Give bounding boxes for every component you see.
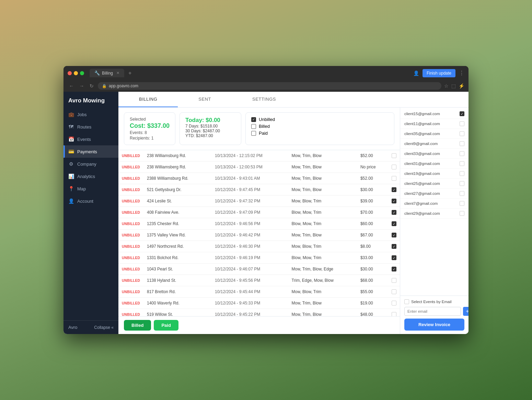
address-bar[interactable]: 🔒 app.goavro.com (98, 82, 441, 90)
row-checkbox[interactable]: ✓ (392, 255, 396, 260)
tab-settings[interactable]: SETTINGS (232, 92, 297, 107)
row-checkbox[interactable] (392, 301, 396, 305)
row-checkbox[interactable] (392, 176, 396, 181)
row-select-cell[interactable] (388, 150, 400, 162)
email-checkbox[interactable] (460, 171, 464, 176)
row-select-cell[interactable]: ✓ (388, 230, 400, 241)
row-checkbox[interactable] (392, 312, 396, 316)
select-by-email-checkbox[interactable] (404, 299, 409, 304)
email-row[interactable]: client7@gmail.com (400, 199, 469, 209)
row-select-cell[interactable] (388, 162, 400, 173)
status-unbilled-row[interactable]: ✓ Unbilled (251, 117, 389, 122)
email-input[interactable] (404, 307, 461, 316)
email-checkbox[interactable] (460, 201, 464, 206)
reload-button[interactable]: ↻ (88, 82, 95, 89)
row-checkbox[interactable]: ✓ (392, 187, 396, 192)
email-checkbox[interactable] (460, 211, 464, 216)
sidebar-item-events[interactable]: 📅 Events (63, 133, 118, 145)
email-checkbox[interactable] (460, 181, 464, 186)
row-checkbox[interactable] (392, 278, 396, 283)
sidebar-item-company[interactable]: ⚙ Company (63, 158, 118, 170)
menu-icon[interactable]: ⋮ (459, 70, 464, 76)
billed-checkbox[interactable] (251, 124, 256, 129)
row-select-cell[interactable] (388, 298, 400, 309)
address-cell: 521 Gettysburg Dr. (143, 184, 211, 196)
paid-button[interactable]: Paid (154, 320, 178, 331)
email-row[interactable]: client33@gmail.com (400, 149, 469, 159)
row-select-cell[interactable]: ✓ (388, 218, 400, 230)
status-billed-row[interactable]: Billed (251, 124, 389, 129)
row-select-cell[interactable] (388, 286, 400, 298)
add-email-button[interactable]: + (463, 307, 469, 316)
datetime-cell: 10/12/2024 - 9:46:07 PM (211, 264, 288, 275)
extensions-icon[interactable]: ⬚ (451, 83, 456, 89)
sidebar-label-jobs: Jobs (77, 112, 86, 117)
row-checkbox[interactable] (392, 289, 396, 294)
email-checkbox[interactable] (460, 141, 464, 146)
sidebar-item-map[interactable]: 📍 Map (63, 182, 118, 195)
back-button[interactable]: ← (68, 82, 75, 89)
unbilled-checkbox[interactable]: ✓ (251, 117, 256, 122)
maximize-dot[interactable] (80, 71, 84, 75)
sidebar-label-payments: Payments (77, 149, 97, 154)
email-checkbox[interactable] (460, 191, 464, 196)
row-select-cell[interactable]: ✓ (388, 264, 400, 275)
row-select-cell[interactable] (388, 173, 400, 184)
browser-window: 🔧 Billing ✕ + 👤 Finish update ⋮ ← → ↻ 🔒 … (63, 66, 469, 334)
billed-button[interactable]: Billed (124, 320, 151, 331)
email-row[interactable]: client29@gmail.com (400, 209, 469, 219)
bottom-actions: Billed Paid (118, 316, 400, 334)
sidebar-item-payments[interactable]: 💳 Payments (63, 145, 118, 158)
row-select-cell[interactable] (388, 275, 400, 286)
tab-billing[interactable]: BILLING (118, 92, 178, 107)
close-dot[interactable] (68, 71, 72, 75)
sidebar-item-jobs[interactable]: 💼 Jobs (63, 108, 118, 121)
row-select-cell[interactable]: ✓ (388, 184, 400, 196)
row-select-cell[interactable]: ✓ (388, 241, 400, 252)
row-select-cell[interactable]: ✓ (388, 196, 400, 207)
email-row[interactable]: client9@gmail.com (400, 139, 469, 149)
email-row[interactable]: client15@gmail.com ✓ (400, 109, 469, 119)
email-row[interactable]: client35@gmail.com (400, 129, 469, 139)
row-select-cell[interactable]: ✓ (388, 207, 400, 218)
row-checkbox[interactable]: ✓ (392, 233, 396, 237)
sidebar-item-analytics[interactable]: 📊 Analytics (63, 170, 118, 182)
email-checkbox[interactable]: ✓ (460, 111, 464, 116)
email-checkbox[interactable] (460, 151, 464, 156)
table-row: UNBILLED 519 Willow St. 10/12/2024 - 9:4… (118, 309, 400, 316)
row-checkbox[interactable]: ✓ (392, 199, 396, 203)
sidebar-item-routes[interactable]: 🗺 Routes (63, 121, 118, 133)
row-checkbox[interactable] (392, 153, 396, 158)
sidebar-item-account[interactable]: 👤 Account (63, 195, 118, 207)
email-text: client25@gmail.com (404, 181, 440, 186)
email-checkbox[interactable] (460, 121, 464, 126)
finish-update-button[interactable]: Finish update (423, 69, 455, 77)
tab-close-icon[interactable]: ✕ (116, 71, 119, 75)
email-row[interactable]: client27@gmail.com (400, 189, 469, 199)
email-row[interactable]: client11@gmail.com (400, 119, 469, 129)
new-tab-icon[interactable]: + (128, 70, 131, 76)
row-checkbox[interactable]: ✓ (392, 210, 396, 215)
bookmark-icon[interactable]: ☆ (444, 83, 449, 89)
row-checkbox[interactable]: ✓ (392, 244, 396, 249)
row-select-cell[interactable]: ✓ (388, 252, 400, 264)
minimize-dot[interactable] (74, 71, 78, 75)
email-checkbox[interactable] (460, 131, 464, 136)
paid-checkbox[interactable] (251, 131, 256, 136)
row-checkbox[interactable]: ✓ (392, 267, 396, 271)
email-row[interactable]: client19@gmail.com (400, 169, 469, 179)
status-badge: UNBILLED (118, 264, 143, 275)
email-checkbox[interactable] (460, 161, 464, 166)
row-select-cell[interactable] (388, 309, 400, 316)
row-checkbox[interactable] (392, 165, 396, 169)
row-checkbox[interactable]: ✓ (392, 221, 396, 226)
status-paid-row[interactable]: Paid (251, 131, 389, 136)
email-row[interactable]: client31@gmail.com (400, 159, 469, 169)
review-invoice-button[interactable]: Review Invoice (404, 319, 464, 331)
browser-tab[interactable]: 🔧 Billing ✕ (90, 69, 124, 77)
tab-sent[interactable]: SENT (178, 92, 232, 107)
sync-icon[interactable]: ⚡ (459, 83, 464, 89)
collapse-button[interactable]: Collapse « (94, 325, 114, 330)
forward-button[interactable]: → (78, 82, 85, 89)
email-row[interactable]: client25@gmail.com (400, 179, 469, 189)
